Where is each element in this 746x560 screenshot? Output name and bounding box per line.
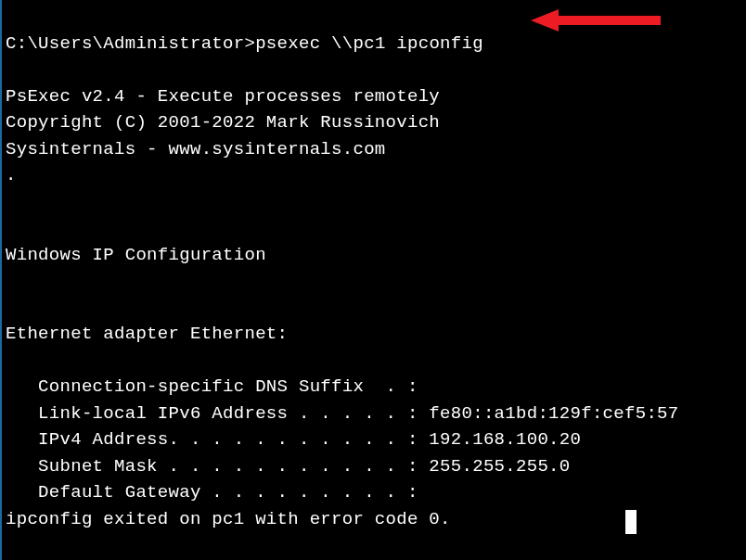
psexec-version: PsExec v2.4 - Execute processes remotely — [6, 86, 440, 107]
dot-line: . — [6, 165, 17, 185]
arrow-left-icon — [531, 7, 661, 33]
exit-message: ipconfig exited on pc1 with error code 0… — [6, 509, 451, 529]
gateway-line: Default Gateway . . . . . . . . . : — [6, 482, 418, 503]
terminal-output[interactable]: C:\Users\Administrator>psexec \\pc1 ipco… — [6, 4, 746, 560]
dns-suffix-line: Connection-specific DNS Suffix . : — [6, 376, 418, 397]
annotation-arrow — [531, 7, 661, 33]
prompt: C:\Users\Administrator> — [6, 33, 255, 54]
text-cursor — [625, 510, 637, 534]
svg-marker-0 — [531, 9, 661, 32]
sysinternals-line: Sysinternals - www.sysinternals.com — [6, 139, 386, 159]
adapter-header: Ethernet adapter Ethernet: — [6, 324, 288, 344]
ipconfig-header: Windows IP Configuration — [6, 245, 266, 265]
copyright-line: Copyright (C) 2001-2022 Mark Russinovich — [6, 112, 440, 133]
command-text: psexec \\pc1 ipconfig — [255, 33, 483, 54]
subnet-line: Subnet Mask . . . . . . . . . . . : 255.… — [6, 456, 571, 477]
ipv4-line: IPv4 Address. . . . . . . . . . . : 192.… — [6, 429, 581, 450]
ipv6-line: Link-local IPv6 Address . . . . . : fe80… — [6, 403, 679, 424]
